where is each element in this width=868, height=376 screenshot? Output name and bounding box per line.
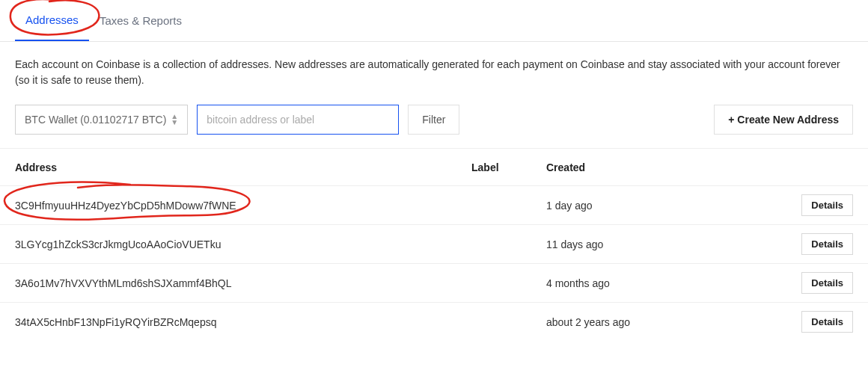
filter-label: Filter (422, 114, 445, 126)
cell-actions: Details (786, 272, 853, 294)
tab-addresses[interactable]: Addresses (15, 0, 89, 41)
cell-address: 34tAX5cHnbF13NpFi1yRQYirBZRcMqepsq (15, 316, 471, 328)
sort-icon: ▲▼ (171, 114, 178, 126)
cell-address: 3C9HfmyuuHHz4DyezYbCpD5hMDoww7fWNE (15, 200, 471, 212)
tab-taxes-reports[interactable]: Taxes & Reports (89, 1, 192, 40)
details-button[interactable]: Details (801, 233, 853, 255)
search-input[interactable] (197, 105, 399, 135)
controls-row: BTC Wallet (0.01102717 BTC) ▲▼ Filter + … (0, 105, 868, 148)
details-label: Details (811, 277, 843, 289)
create-label: + Create New Address (728, 114, 839, 126)
cell-actions: Details (786, 233, 853, 255)
filter-button[interactable]: Filter (408, 105, 459, 135)
table-row: 3C9HfmyuuHHz4DyezYbCpD5hMDoww7fWNE 1 day… (0, 185, 868, 224)
details-label: Details (811, 316, 843, 327)
page-description: Each account on Coinbase is a collection… (0, 42, 868, 105)
tab-label: Addresses (25, 13, 79, 26)
col-header-label: Label (471, 161, 546, 173)
tabs-bar: Addresses Taxes & Reports (0, 0, 868, 42)
cell-address: 3A6o1Mv7hVXVYthMLmd6shSJXammf4BhQL (15, 277, 471, 289)
table-row: 34tAX5cHnbF13NpFi1yRQYirBZRcMqepsq about… (0, 302, 868, 341)
addresses-table: Address Label Created 3C9HfmyuuHHz4DyezY… (0, 148, 868, 341)
details-button[interactable]: Details (801, 272, 853, 294)
col-header-created: Created (546, 161, 786, 173)
table-row: 3LGYcg1hZckS3crJkmgUcoAAoCioVUETku 11 da… (0, 224, 868, 263)
create-address-button[interactable]: + Create New Address (714, 105, 853, 135)
details-label: Details (811, 238, 843, 250)
cell-address: 3LGYcg1hZckS3crJkmgUcoAAoCioVUETku (15, 238, 471, 250)
table-header: Address Label Created (0, 148, 868, 185)
cell-created: 1 day ago (546, 200, 786, 212)
cell-actions: Details (786, 194, 853, 216)
cell-actions: Details (786, 311, 853, 333)
cell-created: 4 months ago (546, 277, 786, 289)
cell-created: 11 days ago (546, 238, 786, 250)
details-button[interactable]: Details (801, 311, 853, 333)
table-row: 3A6o1Mv7hVXVYthMLmd6shSJXammf4BhQL 4 mon… (0, 263, 868, 302)
details-button[interactable]: Details (801, 194, 853, 216)
wallet-select[interactable]: BTC Wallet (0.01102717 BTC) ▲▼ (15, 105, 188, 135)
details-label: Details (811, 200, 843, 211)
col-header-address: Address (15, 161, 471, 173)
tab-label: Taxes & Reports (100, 14, 182, 27)
wallet-select-label: BTC Wallet (0.01102717 BTC) (25, 114, 166, 126)
cell-created: about 2 years ago (546, 316, 786, 328)
